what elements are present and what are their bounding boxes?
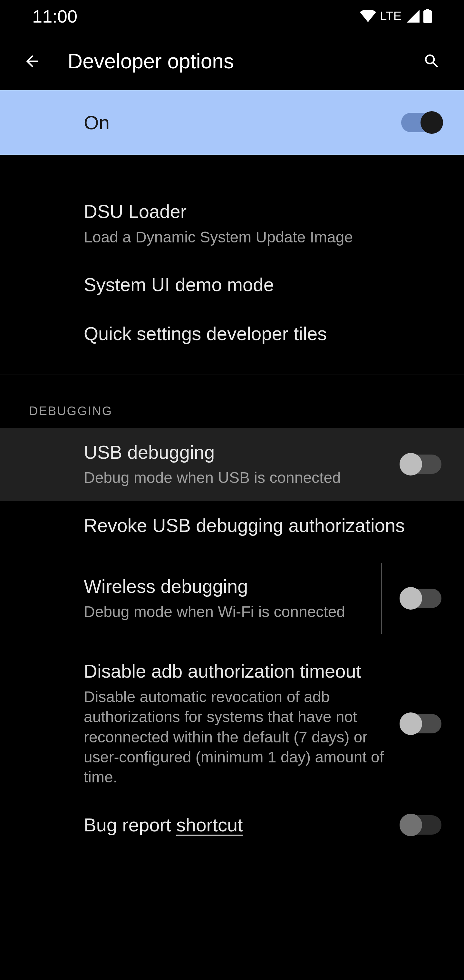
switch-thumb [400, 453, 422, 476]
adb-auth-timeout-switch[interactable] [401, 714, 442, 733]
switch-thumb [421, 111, 443, 134]
master-toggle-row[interactable]: On [0, 90, 464, 155]
status-time: 11:00 [32, 6, 77, 27]
setting-subtitle: Load a Dynamic System Update Image [84, 227, 429, 247]
battery-icon [423, 9, 432, 23]
back-button[interactable] [16, 45, 48, 77]
page-title: Developer options [68, 49, 416, 73]
bug-report-switch[interactable] [401, 815, 442, 835]
svg-rect-1 [423, 10, 432, 23]
setting-title: Wireless debugging [84, 575, 365, 598]
wireless-debugging-switch[interactable] [401, 589, 442, 608]
setting-qs-tiles[interactable]: Quick settings developer tiles [0, 309, 464, 358]
app-bar: Developer options [0, 32, 464, 90]
signal-icon [407, 10, 420, 22]
setting-title: Quick settings developer tiles [84, 322, 429, 345]
switch-thumb [400, 713, 422, 735]
switch-thumb [400, 587, 422, 609]
master-switch[interactable] [401, 113, 442, 132]
text-pre: Bug report [84, 814, 176, 835]
search-icon [423, 52, 441, 70]
setting-adb-auth-timeout[interactable]: Disable adb authorization timeout Disabl… [0, 647, 464, 800]
setting-title: USB debugging [84, 441, 388, 464]
setting-title: Revoke USB debugging authorizations [84, 514, 429, 538]
wifi-icon [360, 10, 376, 22]
lte-label: LTE [380, 10, 402, 23]
section-header-debugging: DEBUGGING [0, 375, 464, 428]
setting-usb-debugging[interactable]: USB debugging Debug mode when USB is con… [0, 428, 464, 501]
switch-thumb [400, 814, 422, 836]
setting-title: System UI demo mode [84, 273, 429, 297]
text-underline: shortcut [176, 814, 243, 835]
status-icons: LTE [360, 9, 432, 23]
setting-subtitle: Debug mode when USB is connected [84, 468, 388, 488]
usb-debugging-switch[interactable] [401, 455, 442, 474]
setting-revoke-usb-auth[interactable]: Revoke USB debugging authorizations [0, 501, 464, 550]
setting-bug-report-shortcut[interactable]: Bug report shortcut [0, 800, 464, 850]
setting-title: Disable adb authorization timeout [84, 660, 388, 683]
arrow-back-icon [23, 52, 41, 70]
vertical-divider [381, 563, 382, 634]
master-toggle-label: On [84, 111, 110, 134]
setting-title: DSU Loader [84, 200, 429, 223]
status-bar: 11:00 LTE [0, 0, 464, 32]
setting-wireless-debugging[interactable]: Wireless debugging Debug mode when Wi-Fi… [0, 550, 464, 647]
search-button[interactable] [416, 45, 448, 77]
setting-dsu-loader[interactable]: DSU Loader Load a Dynamic System Update … [0, 187, 464, 260]
setting-demo-mode[interactable]: System UI demo mode [0, 260, 464, 309]
svg-rect-0 [426, 9, 429, 10]
setting-title: Bug report shortcut [84, 813, 388, 837]
setting-subtitle: Disable automatic revocation of adb auth… [84, 687, 388, 788]
setting-subtitle: Debug mode when Wi-Fi is connected [84, 602, 365, 622]
